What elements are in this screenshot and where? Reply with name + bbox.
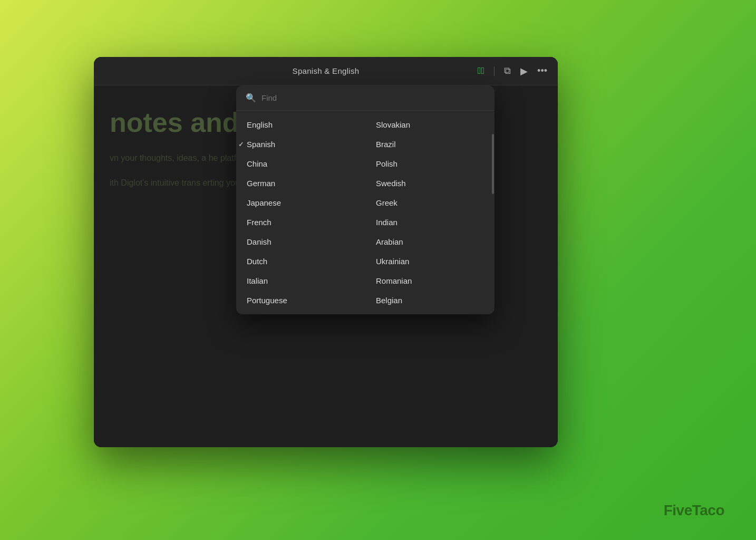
lang-label-romanian: Romanian	[376, 276, 412, 285]
toolbar-icons: ✓⃝ ⧉ ▶ •••	[478, 65, 547, 77]
lang-item-italian[interactable]: Italian	[236, 271, 365, 291]
lang-item-romanian[interactable]: Romanian	[365, 271, 495, 291]
lang-label-swedish: Swedish	[376, 179, 406, 188]
lang-item-slovakian[interactable]: Slovakian	[365, 115, 495, 134]
search-input[interactable]	[261, 93, 485, 102]
search-row: 🔍	[236, 85, 495, 111]
lang-item-dutch[interactable]: Dutch	[236, 252, 365, 271]
lang-item-japanese[interactable]: Japanese	[236, 193, 365, 213]
lang-label-spanish: Spanish	[247, 140, 275, 149]
scrollbar-track[interactable]	[491, 114, 495, 314]
lang-label-danish: Danish	[247, 237, 272, 246]
lang-label-china: China	[247, 159, 267, 168]
lang-item-portuguese[interactable]: Portuguese	[236, 291, 365, 310]
brand-name: FiveTaco	[664, 502, 724, 519]
lang-label-arabian: Arabian	[376, 237, 403, 246]
toolbar: Spanish & English ✓⃝ ⧉ ▶ •••	[94, 57, 558, 85]
selected-checkmark: ✓	[238, 140, 244, 148]
lang-item-english[interactable]: English	[236, 115, 365, 134]
lang-label-portuguese: Portuguese	[247, 296, 287, 305]
lang-label-ukrainian: Ukrainian	[376, 257, 409, 266]
lang-item-china[interactable]: China	[236, 154, 365, 173]
lang-label-german: German	[247, 179, 275, 188]
lang-label-polish: Polish	[376, 159, 398, 168]
lang-label-italian: Italian	[247, 276, 268, 285]
lang-label-brazil: Brazil	[376, 140, 396, 149]
languages-grid: English Slovakian ✓ Spanish Brazil China…	[236, 111, 495, 314]
lang-label-indian: Indian	[376, 218, 398, 227]
search-icon: 🔍	[246, 93, 256, 103]
lang-label-french: French	[247, 218, 272, 227]
toolbar-divider	[494, 66, 495, 76]
scrollbar-thumb	[492, 134, 494, 194]
more-icon[interactable]: •••	[537, 65, 547, 76]
lang-item-ukrainian[interactable]: Ukrainian	[365, 252, 495, 271]
lang-item-german[interactable]: German	[236, 173, 365, 193]
lang-label-slovakian: Slovakian	[376, 120, 410, 129]
lang-label-dutch: Dutch	[247, 257, 267, 266]
lang-label-belgian: Belgian	[376, 296, 402, 305]
lang-item-indian[interactable]: Indian	[365, 213, 495, 232]
lang-item-arabian[interactable]: Arabian	[365, 232, 495, 252]
lang-label-greek: Greek	[376, 198, 398, 207]
lang-item-spanish[interactable]: ✓ Spanish	[236, 134, 365, 154]
send-icon[interactable]: ▶	[520, 65, 528, 77]
lang-item-brazil[interactable]: Brazil	[365, 134, 495, 154]
lang-item-french[interactable]: French	[236, 213, 365, 232]
copy-icon[interactable]: ⧉	[504, 65, 511, 76]
lang-item-swedish[interactable]: Swedish	[365, 173, 495, 193]
lang-item-greek[interactable]: Greek	[365, 193, 495, 213]
lang-item-danish[interactable]: Danish	[236, 232, 365, 252]
language-dropdown: 🔍 English Slovakian ✓ Spanish Brazil Chi…	[236, 85, 495, 314]
lang-item-belgian[interactable]: Belgian	[365, 291, 495, 310]
lang-label-english: English	[247, 120, 273, 129]
lang-label-japanese: Japanese	[247, 198, 281, 207]
lang-item-polish[interactable]: Polish	[365, 154, 495, 173]
check-circle-icon[interactable]: ✓⃝	[478, 65, 484, 76]
toolbar-title: Spanish & English	[293, 66, 360, 75]
app-window: Spanish & English ✓⃝ ⧉ ▶ ••• notes and o…	[94, 57, 558, 447]
